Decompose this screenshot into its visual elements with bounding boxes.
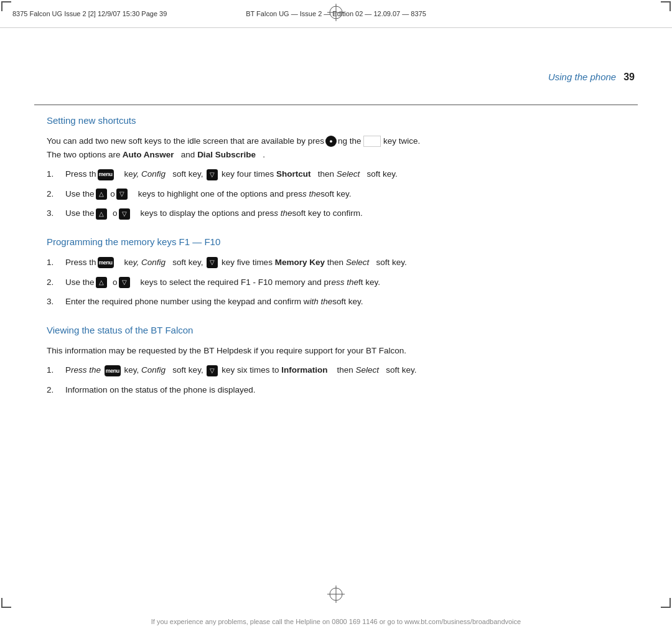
status-intro: This information may be requested by the… [47,344,635,358]
footer-text: If you experience any problems, please c… [151,618,521,625]
section-heading-memory: Programming the memory keys F1 — F10 [47,236,635,247]
menu-key-1: menu [98,169,114,180]
menu-key-s1: menu [105,365,121,376]
header-left-text: 8375 Falcon UG Issue 2 [2] 12/9/07 15:30… [12,10,167,17]
menu-key-m1: menu [98,257,114,268]
list-item: 1. Press thmenu key, Config soft key, ▽ … [47,167,635,181]
up-arrow-2: △ [96,189,107,200]
corner-mark-br [661,598,671,608]
down-arrow-m1: ▽ [207,257,218,268]
list-item: 1. Press the menu key, Config soft key, … [47,363,635,377]
status-list: 1. Press the menu key, Config soft key, … [47,363,635,396]
list-item: 3. Use the△ o▽ keys to display the optio… [47,207,635,220]
list-item: 1. Press thmenu key, Config soft key, ▽ … [47,256,635,269]
list-item: 2. Use the△ o▽ keys to select the requir… [47,276,635,289]
page-title: Using the phone [548,72,616,82]
section-heading-shortcuts: Setting new shortcuts [47,115,635,126]
up-arrow-3: △ [96,208,107,220]
crosshair-bottom-svg [327,585,345,603]
page-footer: If you experience any problems, please c… [0,618,672,625]
down-arrow-m2: ▽ [119,277,130,288]
bleed-crosshair-top [327,4,345,23]
down-arrow-2: ▽ [116,189,128,200]
up-arrow-m2: △ [96,277,107,288]
down-arrow-1: ▽ [207,169,218,180]
list-item: 3. Enter the required phone number using… [47,295,635,309]
page-number: 39 [623,72,635,83]
list-item: 2. Information on the status of the phon… [47,383,635,397]
section-heading-status: Viewing the status of the BT Falcon [47,325,635,335]
shortcuts-list: 1. Press thmenu key, Config soft key, ▽ … [47,167,635,220]
list-item: 2. Use the△ o▽ keys to highlight one of … [47,187,635,201]
main-content: Setting new shortcuts You can add two ne… [47,115,635,403]
corner-mark-bl [1,598,11,608]
page-number-area: Using the phone 39 [548,72,635,83]
down-arrow-s1: ▽ [207,365,218,376]
shortcuts-intro: You can add two new soft keys to the idl… [47,134,635,161]
footer-crosshair [327,585,345,605]
memory-list: 1. Press thmenu key, Config soft key, ▽ … [47,256,635,309]
horizontal-rule [34,105,638,105]
down-arrow-3: ▽ [119,208,130,220]
menu-key-icon: ● [325,136,337,147]
crosshair-svg [327,4,345,21]
